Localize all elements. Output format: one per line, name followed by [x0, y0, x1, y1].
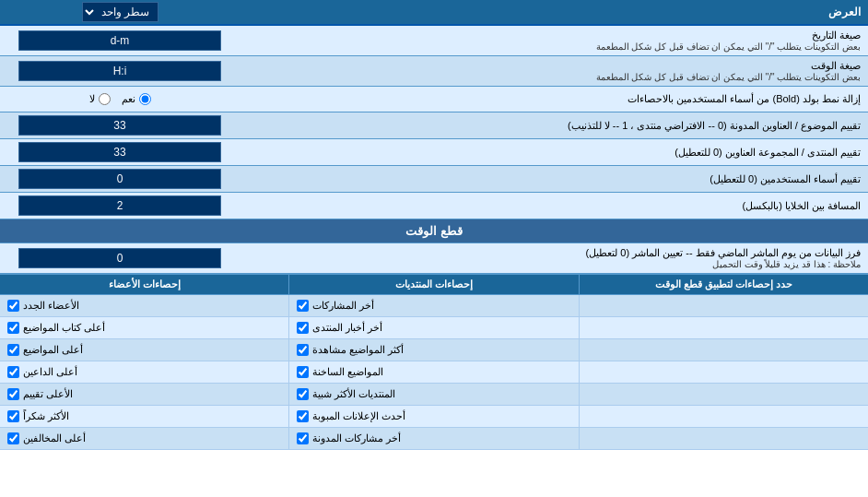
usernames-ordering-input-cell [0, 166, 240, 192]
checkbox-row-1: أخر أخبار المنتدى أعلى كتاب المواضيع [0, 317, 868, 339]
checkbox-col2-0: أخر المشاركات [288, 295, 578, 316]
checkboxes-header-col1: حدد إحصاءات لتطبيق قطع الوقت [579, 275, 868, 294]
checkbox-row-5: أحدث الإعلانات المبوبة الأكثر شكراً [0, 406, 868, 428]
top-header-row: العرض سطر واحد سطرين ثلاثة أسطر [0, 0, 868, 26]
topic-ordering-label: تقييم الموضوع / العناوين المدونة (0 -- ا… [240, 116, 868, 136]
checkbox-members-0[interactable] [7, 300, 19, 312]
date-format-input[interactable] [18, 30, 221, 51]
checkbox-forums-3[interactable] [297, 366, 309, 378]
forum-ordering-input-cell [0, 139, 240, 165]
checkbox-empty-6 [579, 428, 868, 449]
checkbox-row-6: أخر مشاركات المدونة أعلى المخالفين [0, 428, 868, 450]
forum-ordering-label: تقييم المنتدى / المجموعة العناوين (0 للت… [240, 143, 868, 162]
cutoff-section-header: قطع الوقت [0, 219, 868, 243]
checkbox-empty-5 [579, 406, 868, 427]
checkbox-col2-4: المنتديات الأكثر شبية [288, 384, 578, 405]
cutoff-row: فرز البيانات من يوم الماشر الماضي فقط --… [0, 243, 868, 274]
checkbox-forums-5[interactable] [297, 410, 309, 422]
checkbox-row-2: أكثر المواضيع مشاهدة أعلى المواضيع [0, 339, 868, 361]
cutoff-input[interactable] [18, 248, 221, 268]
checkbox-col3-0: الأعضاء الجدد [0, 295, 288, 316]
bold-no-radio[interactable] [99, 93, 111, 105]
topic-ordering-row: تقييم الموضوع / العناوين المدونة (0 -- ا… [0, 112, 868, 139]
display-select[interactable]: سطر واحد سطرين ثلاثة أسطر [82, 2, 158, 22]
cell-spacing-input-cell [0, 193, 240, 219]
bold-remove-label: إزالة نمط بولد (Bold) من أسماء المستخدمي… [240, 89, 868, 109]
checkbox-col3-1: أعلى كتاب المواضيع [0, 317, 288, 338]
forum-ordering-row: تقييم المنتدى / المجموعة العناوين (0 للت… [0, 139, 868, 166]
checkbox-members-2[interactable] [7, 344, 19, 356]
checkbox-col3-6: أعلى المخالفين [0, 428, 288, 449]
top-header-select-cell: سطر واحد سطرين ثلاثة أسطر [0, 0, 240, 24]
usernames-ordering-input[interactable] [18, 169, 221, 189]
forum-ordering-input[interactable] [18, 142, 221, 162]
checkbox-col2-6: أخر مشاركات المدونة [288, 428, 578, 449]
checkbox-empty-0 [579, 295, 868, 316]
time-format-input-cell [0, 58, 240, 84]
checkbox-members-3[interactable] [7, 366, 19, 378]
checkboxes-section: حدد إحصاءات لتطبيق قطع الوقت إحصاءات الم… [0, 274, 868, 450]
checkbox-col2-3: المواضيع الساخنة [288, 361, 578, 383]
cell-spacing-input[interactable] [18, 195, 221, 216]
checkbox-members-4[interactable] [7, 388, 19, 400]
checkboxes-header-col2: إحصاءات المنتديات [288, 275, 578, 294]
checkboxes-header-col3: إحصاءات الأعضاء [0, 275, 288, 294]
checkbox-members-6[interactable] [7, 432, 19, 444]
checkbox-empty-3 [579, 361, 868, 383]
checkbox-col3-2: أعلى المواضيع [0, 339, 288, 361]
date-format-row: صيغة التاريخ بعض التكوينات يتطلب "/" الت… [0, 26, 868, 56]
time-format-label: صيغة الوقت بعض التكوينات يتطلب "/" التي … [240, 56, 868, 86]
checkbox-empty-2 [579, 339, 868, 361]
usernames-ordering-row: تقييم أسماء المستخدمين (0 للتعطيل) [0, 166, 868, 193]
topic-ordering-input-cell [0, 112, 240, 138]
date-format-label: صيغة التاريخ بعض التكوينات يتطلب "/" الت… [240, 26, 868, 55]
checkboxes-header: حدد إحصاءات لتطبيق قطع الوقت إحصاءات الم… [0, 275, 868, 295]
cell-spacing-label: المسافة بين الخلايا (بالبكسل) [240, 196, 868, 216]
time-format-input[interactable] [18, 61, 221, 81]
top-header-label: العرض [240, 3, 868, 21]
checkbox-members-1[interactable] [7, 322, 19, 334]
checkbox-forums-4[interactable] [297, 388, 309, 400]
checkbox-col2-1: أخر أخبار المنتدى [288, 317, 578, 338]
checkbox-col2-5: أحدث الإعلانات المبوبة [288, 406, 578, 427]
time-format-row: صيغة الوقت بعض التكوينات يتطلب "/" التي … [0, 56, 868, 87]
checkbox-col3-3: أعلى الداعين [0, 361, 288, 383]
checkbox-forums-1[interactable] [297, 322, 309, 334]
checkbox-forums-2[interactable] [297, 344, 309, 356]
checkbox-empty-4 [579, 384, 868, 405]
bold-no-label[interactable]: لا [89, 93, 111, 105]
checkbox-col3-4: الأعلى تقييم [0, 384, 288, 405]
checkbox-row-3: المواضيع الساخنة أعلى الداعين [0, 361, 868, 384]
topic-ordering-input[interactable] [18, 115, 221, 136]
checkbox-row-4: المنتديات الأكثر شبية الأعلى تقييم [0, 384, 868, 406]
date-format-input-cell [0, 28, 240, 53]
bold-remove-row: إزالة نمط بولد (Bold) من أسماء المستخدمي… [0, 87, 868, 112]
bold-yes-radio[interactable] [139, 93, 151, 105]
usernames-ordering-label: تقييم أسماء المستخدمين (0 للتعطيل) [240, 170, 868, 189]
checkbox-col2-2: أكثر المواضيع مشاهدة [288, 339, 578, 361]
bold-yes-label[interactable]: نعم [122, 93, 151, 105]
checkbox-empty-1 [579, 317, 868, 338]
checkbox-forums-6[interactable] [297, 432, 309, 444]
checkbox-col3-5: الأكثر شكراً [0, 406, 288, 427]
checkbox-forums-0[interactable] [297, 300, 309, 312]
checkbox-members-5[interactable] [7, 410, 19, 422]
cell-spacing-row: المسافة بين الخلايا (بالبكسل) [0, 193, 868, 219]
bold-remove-radio-cell: نعم لا [0, 90, 240, 108]
cutoff-input-cell [0, 245, 240, 271]
checkbox-row-0: أخر المشاركات الأعضاء الجدد [0, 295, 868, 317]
cutoff-label: فرز البيانات من يوم الماشر الماضي فقط --… [240, 243, 868, 273]
